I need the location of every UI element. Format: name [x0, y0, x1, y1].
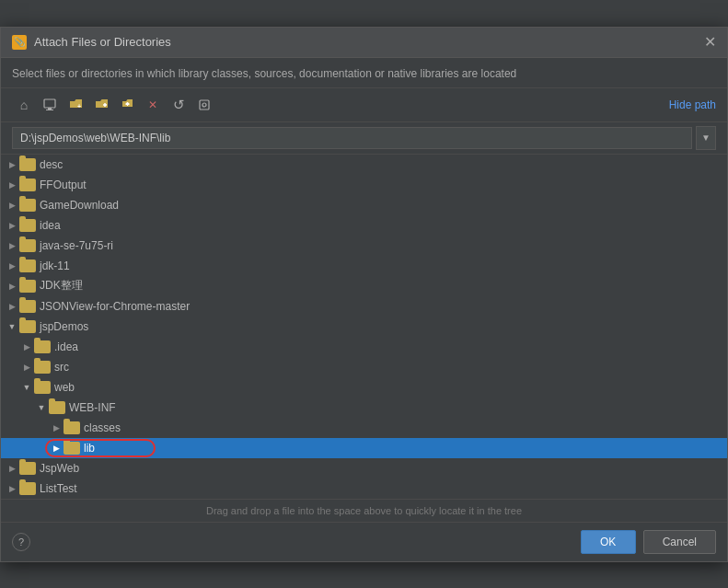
- footer: ? OK Cancel: [1, 523, 727, 561]
- chevron-classes: ▶: [49, 423, 64, 432]
- chevron-listtest: ▶: [5, 484, 19, 493]
- new-folder2-button[interactable]: [89, 93, 113, 117]
- folder-icon-dotidea: [34, 340, 51, 353]
- chevron-dotidea: ▶: [19, 342, 34, 352]
- chevron-java-se: ▶: [5, 241, 19, 250]
- folder-icon-jdkzh: [19, 280, 36, 293]
- svg-rect-1: [48, 108, 52, 110]
- svg-rect-2: [46, 110, 53, 110]
- tree-item-webinf[interactable]: ▼ WEB-INF: [1, 398, 727, 418]
- path-input[interactable]: [12, 127, 692, 149]
- hint-text: Drag and drop a file into the space abov…: [1, 500, 727, 523]
- item-label-jdkzh: JDK整理: [40, 278, 83, 294]
- title-bar: 📎 Attach Files or Directories ✕: [1, 28, 727, 58]
- svg-rect-0: [44, 99, 55, 108]
- refresh-button[interactable]: ↺: [167, 93, 191, 117]
- tree-item-src[interactable]: ▶ src: [1, 357, 727, 377]
- tree-item-jdkzh[interactable]: ▶ JDK整理: [1, 276, 727, 296]
- chevron-src: ▶: [19, 363, 34, 372]
- item-label-web: web: [54, 381, 75, 394]
- item-label-jspweb: JspWeb: [40, 462, 79, 475]
- path-bar: ▼: [1, 122, 727, 155]
- folder-icon-src: [34, 361, 51, 374]
- title-bar-left: 📎 Attach Files or Directories: [12, 35, 171, 50]
- folder-icon-idea: [19, 219, 36, 232]
- toolbar: ⌂ +: [1, 88, 727, 122]
- home-button[interactable]: ⌂: [12, 93, 36, 117]
- item-label-src: src: [54, 361, 69, 374]
- item-label-dotidea: .idea: [54, 340, 78, 353]
- item-label-java-se: java-se-7u75-ri: [40, 239, 113, 252]
- tree-item-dotidea[interactable]: ▶ .idea: [1, 337, 727, 357]
- tree-item-lib[interactable]: ▶ lib: [1, 438, 727, 458]
- cancel-button[interactable]: Cancel: [643, 530, 716, 554]
- chevron-jspweb: ▶: [5, 464, 19, 473]
- item-label-jspdemos: jspDemos: [40, 320, 88, 333]
- item-label-listtest: ListTest: [40, 482, 77, 495]
- attach-files-dialog: 📎 Attach Files or Directories ✕ Select f…: [0, 27, 728, 562]
- help-button[interactable]: ?: [12, 533, 30, 551]
- chevron-gamedownload: ▶: [5, 201, 19, 210]
- folder-icon-web: [34, 381, 51, 394]
- dialog-icon: 📎: [12, 35, 27, 50]
- link-button[interactable]: [192, 93, 216, 117]
- folder-icon-java-se: [19, 239, 36, 252]
- chevron-jdk11: ▶: [5, 261, 19, 271]
- folder-icon-jspdemos: [19, 320, 36, 333]
- folder-icon-webinf: [49, 401, 65, 414]
- tree-item-desc[interactable]: ▶ desc: [1, 155, 727, 175]
- chevron-jdkzh: ▶: [5, 282, 19, 291]
- item-label-webinf: WEB-INF: [69, 401, 116, 414]
- chevron-ffoutput: ▶: [5, 180, 19, 190]
- item-label-gamedownload: GameDownload: [40, 199, 119, 212]
- move-up-button[interactable]: [115, 93, 139, 117]
- tree-item-java-se[interactable]: ▶ java-se-7u75-ri: [1, 236, 727, 256]
- chevron-idea: ▶: [5, 221, 19, 230]
- dialog-title: Attach Files or Directories: [34, 35, 171, 49]
- item-label-jsonview: JSONView-for-Chrome-master: [40, 300, 190, 313]
- toolbar-buttons: ⌂ +: [12, 93, 216, 117]
- folder-icon-jspweb: [19, 462, 36, 475]
- delete-button[interactable]: ✕: [141, 93, 165, 117]
- ok-button[interactable]: OK: [581, 530, 636, 554]
- folder-icon-lib: [64, 442, 80, 455]
- tree-item-gamedownload[interactable]: ▶ GameDownload: [1, 195, 727, 215]
- hide-path-button[interactable]: Hide path: [669, 98, 716, 111]
- folder-icon-ffoutput: [19, 179, 36, 191]
- svg-rect-4: [200, 100, 209, 110]
- item-label-jdk11: jdk-11: [40, 259, 70, 272]
- svg-text:+: +: [77, 103, 81, 110]
- tree-item-ffoutput[interactable]: ▶ FFOutput: [1, 175, 727, 195]
- folder-icon-desc: [19, 158, 36, 171]
- folder-icon-gamedownload: [19, 199, 36, 212]
- item-label-idea: idea: [40, 219, 61, 232]
- footer-buttons: OK Cancel: [581, 530, 716, 554]
- subtitle: Select files or directories in which lib…: [1, 58, 727, 88]
- desktop-button[interactable]: [38, 93, 62, 117]
- item-label-classes: classes: [84, 421, 121, 434]
- chevron-web: ▼: [19, 383, 34, 392]
- tree-item-listtest[interactable]: ▶ ListTest: [1, 478, 727, 499]
- close-button[interactable]: ✕: [704, 35, 716, 50]
- tree-item-jsonview[interactable]: ▶ JSONView-for-Chrome-master: [1, 296, 727, 317]
- chevron-webinf: ▼: [34, 403, 49, 412]
- tree-item-idea[interactable]: ▶ idea: [1, 215, 727, 236]
- folder-icon-jdk11: [19, 259, 36, 272]
- tree-item-classes[interactable]: ▶ classes: [1, 418, 727, 438]
- chevron-lib: ▶: [49, 444, 64, 453]
- tree-item-jdk11[interactable]: ▶ jdk-11: [1, 256, 727, 276]
- path-dropdown-button[interactable]: ▼: [696, 126, 716, 150]
- item-label-desc: desc: [40, 158, 63, 171]
- tree-item-web[interactable]: ▼ web: [1, 377, 727, 398]
- new-folder-button[interactable]: +: [64, 93, 87, 117]
- tree-item-jspweb[interactable]: ▶ JspWeb: [1, 458, 727, 478]
- item-label-ffoutput: FFOutput: [40, 179, 87, 191]
- folder-icon-listtest: [19, 482, 36, 495]
- svg-point-5: [202, 103, 206, 107]
- chevron-jspdemos: ▼: [5, 322, 19, 331]
- folder-icon-jsonview: [19, 300, 36, 313]
- file-tree[interactable]: ▶ desc ▶ FFOutput ▶ GameDownload ▶ idea …: [1, 155, 727, 500]
- tree-item-jspdemos[interactable]: ▼ jspDemos: [1, 317, 727, 337]
- chevron-desc: ▶: [5, 160, 19, 169]
- folder-icon-classes: [64, 421, 80, 434]
